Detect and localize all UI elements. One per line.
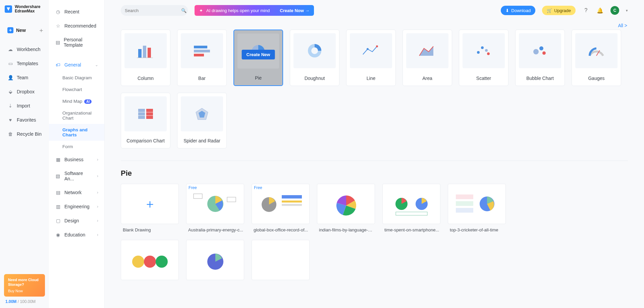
template-card[interactable]: top-3-cricketer-of-all-time xyxy=(448,184,506,232)
ai-banner[interactable]: ✦ AI drawing helps open your mind Create… xyxy=(195,5,314,16)
upgrade-button[interactable]: 🛒Upgrade xyxy=(542,6,576,15)
chevron-down-icon[interactable]: ▾ xyxy=(626,8,628,13)
category-engineering[interactable]: ▥Engineering› xyxy=(49,200,104,214)
chart-type-scatter[interactable]: Scatter xyxy=(459,30,508,86)
template-card[interactable] xyxy=(252,240,310,280)
template-label: global-box-office-record-of... xyxy=(252,224,310,232)
svg-point-11 xyxy=(367,48,369,50)
svg-point-9 xyxy=(311,47,318,54)
main-content: 🔍 ✦ AI drawing helps open your mind Crea… xyxy=(105,0,644,308)
template-card[interactable] xyxy=(121,240,179,280)
search-box[interactable]: 🔍 xyxy=(121,5,188,16)
template-thumb: Free xyxy=(186,184,244,224)
svg-point-14 xyxy=(481,46,484,49)
template-card[interactable] xyxy=(186,240,244,280)
help-icon[interactable]: ? xyxy=(582,7,590,14)
new-button[interactable]: ＋ New xyxy=(7,27,26,33)
svg-point-15 xyxy=(485,49,488,52)
nav-favorites[interactable]: ♥Favorites xyxy=(0,113,49,127)
category-education[interactable]: ◉Education› xyxy=(49,228,104,242)
nav-workbench[interactable]: ☁Workbench xyxy=(0,42,49,56)
sub-flowchart[interactable]: Flowchart xyxy=(49,84,104,95)
nav-recent[interactable]: ◷Recent xyxy=(49,5,104,19)
template-card[interactable]: time-spent-on-smartphone... xyxy=(382,184,440,232)
chart-type-spider-and-radar[interactable]: Spider and Radar xyxy=(177,93,227,148)
chart-type-label: Column xyxy=(121,72,170,86)
svg-rect-32 xyxy=(282,201,302,203)
svg-rect-21 xyxy=(138,109,145,119)
search-input[interactable] xyxy=(125,8,181,13)
nav-import[interactable]: ⇣Import xyxy=(0,99,49,113)
template-label: time-spent-on-smartphone... xyxy=(382,224,440,232)
sub-organizational-chart[interactable]: Organizational Chart xyxy=(49,107,104,124)
search-icon: 🔍 xyxy=(181,8,186,13)
category-business[interactable]: ▦Business› xyxy=(49,152,104,167)
bell-icon[interactable]: 🔔 xyxy=(596,7,604,14)
dropbox-icon: ⬙ xyxy=(7,89,13,95)
svg-marker-12 xyxy=(419,46,433,56)
sub-graphs-and-charts[interactable]: Graphs and Charts xyxy=(49,124,104,141)
template-label: Blank Drawing xyxy=(121,224,179,232)
svg-rect-29 xyxy=(227,197,236,202)
template-card[interactable]: Freeglobal-box-office-record-of... xyxy=(252,184,310,232)
template-card[interactable]: ＋Blank Drawing xyxy=(121,184,179,232)
chart-type-label: Bubble Chart xyxy=(516,72,565,86)
all-link[interactable]: All > xyxy=(121,17,628,30)
nav-recycle-bin[interactable]: 🗑Recycle Bin xyxy=(0,127,49,141)
app-logo: WondershareEdrawMax xyxy=(0,5,49,20)
chart-type-comparison-chart[interactable]: Comparison Chart xyxy=(121,93,170,148)
chart-type-doughnut[interactable]: Doughnut xyxy=(290,30,339,86)
template-card[interactable]: indian-films-by-language-pi... xyxy=(317,184,375,232)
svg-rect-40 xyxy=(456,208,473,213)
download-button[interactable]: ⬇Download xyxy=(501,6,535,15)
chart-type-line[interactable]: Line xyxy=(346,30,396,86)
chevron-right-icon: › xyxy=(97,190,98,195)
chart-type-bar[interactable]: Bar xyxy=(177,30,227,86)
sub-form[interactable]: Form xyxy=(49,141,104,152)
chart-type-bubble-chart[interactable]: Bubble Chart xyxy=(515,30,565,86)
nav-personal-template[interactable]: ▤Personal Template xyxy=(49,33,104,52)
chart-type-area[interactable]: Area xyxy=(402,30,452,86)
app-name: WondershareEdrawMax xyxy=(15,5,40,13)
avatar[interactable]: C xyxy=(610,6,619,15)
chart-type-label: Line xyxy=(346,72,395,86)
chart-type-label: Bar xyxy=(177,72,226,86)
team-icon: 👤 xyxy=(7,75,13,81)
nav-team[interactable]: 👤Team xyxy=(0,71,49,85)
top-bar: 🔍 ✦ AI drawing helps open your mind Crea… xyxy=(121,3,628,17)
chart-type-label: Comparison Chart xyxy=(121,135,170,148)
create-new-button[interactable]: Create New xyxy=(242,50,275,59)
chart-type-label: Gauges xyxy=(572,72,621,86)
chart-thumb xyxy=(124,96,167,131)
nav-dropbox[interactable]: ⬙Dropbox xyxy=(0,85,49,99)
template-thumb xyxy=(382,184,440,224)
chart-type-gauges[interactable]: Gauges xyxy=(572,30,621,86)
engineering-icon: ▥ xyxy=(55,204,61,210)
heart-icon: ♥ xyxy=(7,117,13,123)
category-general[interactable]: 🏷General⌄ xyxy=(49,58,104,72)
category-software[interactable]: ▧Software An...› xyxy=(49,167,104,185)
import-icon: ⇣ xyxy=(7,103,13,109)
add-icon[interactable]: ＋ xyxy=(38,26,44,34)
template-card[interactable]: FreeAustralia-primary-energy-c... xyxy=(186,184,244,232)
chart-thumb xyxy=(181,33,223,68)
logo-icon xyxy=(5,5,12,13)
sub-basic-diagram[interactable]: Basic Diagram xyxy=(49,72,104,84)
category-design[interactable]: ▢Design› xyxy=(49,214,104,228)
nav-recommended[interactable]: ☆Recommended xyxy=(49,19,104,33)
chart-type-pie[interactable]: Create NewPie xyxy=(233,30,283,86)
chart-type-column[interactable]: Column xyxy=(121,30,170,86)
sub-mind-map[interactable]: Mind MapAI xyxy=(49,95,104,107)
template-thumb xyxy=(448,184,506,224)
chart-thumb xyxy=(181,96,223,131)
svg-rect-22 xyxy=(146,109,153,119)
storage-promo[interactable]: Need more Cloud Storage? Buy Now xyxy=(4,274,45,297)
category-network[interactable]: ▤Network› xyxy=(49,185,104,200)
template-thumb: ＋ xyxy=(121,184,179,224)
svg-rect-2 xyxy=(148,48,151,58)
tag-icon: 🏷 xyxy=(55,62,61,68)
svg-point-10 xyxy=(376,45,378,47)
nav-templates[interactable]: ▭Templates xyxy=(0,56,49,71)
section-title: Pie xyxy=(121,169,628,178)
cloud-icon: ☁ xyxy=(7,46,13,52)
